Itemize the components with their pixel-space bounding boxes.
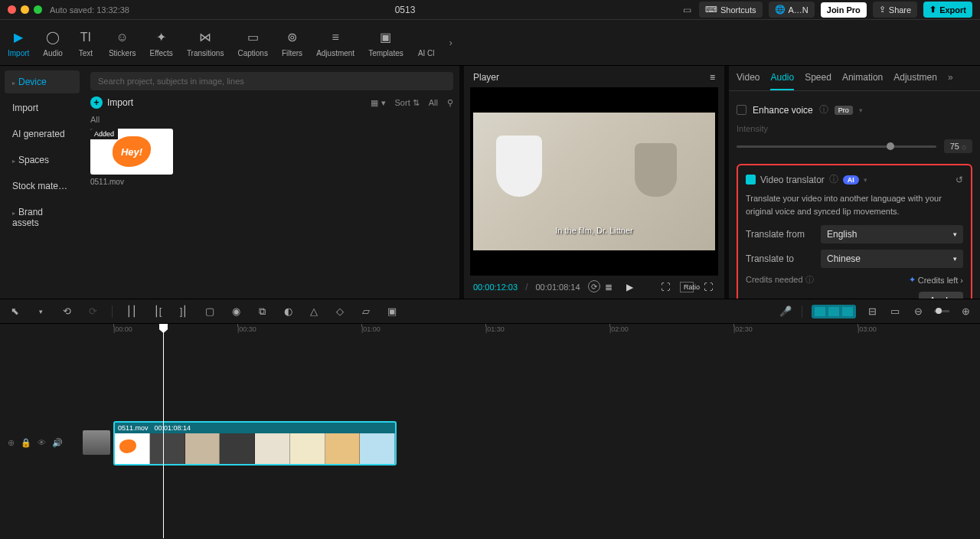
tab-stickers[interactable]: ☺Stickers (109, 28, 136, 57)
link-icon[interactable]: ⊟ (865, 305, 879, 317)
close-window[interactable] (8, 5, 16, 14)
shortcuts-button[interactable]: ⌨Shortcuts (699, 2, 762, 18)
translate-to-select[interactable]: Chinese▾ (821, 250, 963, 268)
magnet-center-icon[interactable] (828, 307, 839, 316)
rotate-icon[interactable]: ◇ (333, 305, 347, 317)
magnet-left-icon[interactable] (815, 307, 825, 316)
eye-track-icon[interactable]: 👁 (38, 438, 46, 448)
redo-icon[interactable]: ⟳ (86, 305, 100, 317)
sidebar-item-aigenerated[interactable]: AI generated (5, 122, 80, 145)
maximize-window[interactable] (34, 5, 42, 14)
tab-import[interactable]: ▶Import (8, 28, 29, 57)
intensity-slider[interactable] (737, 145, 936, 148)
zoom-out-icon[interactable]: ⊖ (911, 305, 925, 317)
preview-icon[interactable]: ▭ (888, 305, 902, 317)
ruler-mark: |00:00 (113, 325, 132, 333)
mic-icon[interactable]: 🎤 (779, 305, 792, 317)
import-button[interactable]: +Import (90, 96, 133, 109)
translator-checkbox[interactable] (746, 175, 756, 185)
credits-left-link[interactable]: ✦Credits left › (909, 274, 963, 286)
ratio-button[interactable]: Ratio (680, 282, 694, 292)
search-input[interactable]: Search project, subjects in image, lines (90, 72, 453, 90)
share-button[interactable]: ⇪Share (873, 2, 917, 18)
sidebar-item-stock[interactable]: Stock mate… (5, 175, 80, 198)
layout-icon[interactable]: ▭ (681, 4, 693, 16)
sidebar-item-import[interactable]: Import (5, 96, 80, 119)
media-clip[interactable]: Added Hey! 0511.mov (90, 129, 173, 186)
tab-effects[interactable]: ✦Effects (149, 28, 172, 57)
adjust-icon[interactable]: ▣ (385, 305, 399, 317)
delete-icon[interactable]: ▢ (203, 305, 217, 317)
lock-track-icon[interactable]: 🔒 (21, 438, 31, 448)
prop-tab-speed[interactable]: Speed (805, 72, 831, 90)
tab-text[interactable]: TIText (77, 28, 95, 57)
mute-track-icon[interactable]: 🔊 (52, 438, 63, 448)
mirror-icon[interactable]: △ (307, 305, 321, 317)
reset-icon[interactable]: ↺ (956, 175, 963, 185)
trim-left-icon[interactable]: ⎮[ (151, 305, 165, 317)
info-icon[interactable]: ⓘ (819, 103, 828, 116)
playhead[interactable] (163, 324, 164, 538)
split-icon[interactable]: ⎮⎮ (125, 305, 139, 317)
intensity-value[interactable]: 75 ◇ (944, 139, 972, 153)
zoom-slider[interactable] (934, 310, 949, 312)
track-thumbnail[interactable] (83, 430, 110, 455)
tab-ai[interactable]: AI Cl (417, 28, 436, 57)
copy-icon[interactable]: ⧉ (255, 305, 269, 318)
toolbar-more-icon[interactable]: › (449, 38, 452, 48)
sidebar-item-spaces[interactable]: ▸Spaces (5, 149, 80, 172)
trim-right-icon[interactable]: ]⎮ (177, 305, 191, 317)
timeline-clip[interactable]: 0511.mov 00:01:08:14 (113, 421, 397, 466)
prop-tab-audio[interactable]: Audio (770, 72, 794, 90)
timeline-tracks[interactable]: ⊕ 🔒 👁 🔊 0511.mov 00:01:08:14 (0, 338, 980, 539)
tab-audio[interactable]: ◯Audio (43, 28, 63, 57)
add-track-icon[interactable]: ⊕ (8, 438, 15, 448)
translator-description: Translate your video into another langua… (746, 192, 963, 217)
minimize-window[interactable] (21, 5, 29, 14)
templates-icon: ▣ (377, 28, 395, 47)
media-section-label: All (90, 115, 453, 124)
compare-icon[interactable]: ≣ (602, 282, 616, 292)
video-preview[interactable]: In the film, Dr. Littner ⟳ (470, 87, 718, 276)
translate-from-select[interactable]: English▾ (821, 225, 963, 243)
export-button[interactable]: ⬆Export (923, 2, 972, 18)
sidebar-item-device[interactable]: ▸Device (5, 70, 80, 93)
crop-tool-icon[interactable]: ▱ (359, 305, 373, 317)
play-button[interactable]: ▶ (623, 282, 637, 292)
select-mode-dropdown[interactable]: ▾ (34, 308, 47, 315)
user-menu[interactable]: 🌐A…N (769, 2, 815, 18)
undo-icon[interactable]: ⟲ (60, 305, 74, 317)
player-menu-icon[interactable]: ≡ (710, 72, 715, 83)
prop-tabs-more-icon[interactable]: » (948, 72, 953, 90)
prop-tab-animation[interactable]: Animation (842, 72, 883, 90)
apply-button[interactable]: Apply (919, 292, 963, 299)
clip-filename: 0511.mov (90, 178, 173, 186)
effects-icon: ✦ (152, 28, 171, 47)
zoom-in-icon[interactable]: ⊕ (959, 305, 972, 317)
tab-adjustment[interactable]: ≡Adjustment (316, 28, 354, 57)
filter-all[interactable]: All (429, 98, 438, 107)
import-icon: ▶ (9, 28, 28, 47)
tab-filters[interactable]: ⊚Filters (282, 28, 302, 57)
sidebar-item-brand[interactable]: ▸Brand assets (5, 201, 80, 234)
filter-icon[interactable]: ⚲ (447, 98, 453, 108)
view-grid-icon[interactable]: ▦ ▾ (371, 98, 385, 108)
tab-captions[interactable]: ▭Captions (237, 28, 267, 57)
magnet-right-icon[interactable] (842, 307, 853, 316)
sync-icon[interactable]: ⟳ (588, 280, 600, 292)
prop-tab-adjustment[interactable]: Adjustmen (893, 72, 937, 90)
join-pro-button[interactable]: Join Pro (821, 2, 867, 18)
enhance-voice-checkbox[interactable] (737, 105, 746, 115)
crop-icon[interactable]: ⛶ (658, 282, 672, 292)
reverse-icon[interactable]: ◐ (281, 305, 295, 317)
intensity-label: Intensity (737, 121, 972, 136)
marker-icon[interactable]: ◉ (229, 305, 243, 317)
timeline-ruler[interactable]: |00:00 |00:30 |01:00 |01:30 |02:00 |02:3… (0, 323, 980, 338)
prop-tab-video[interactable]: Video (737, 72, 760, 90)
sort-button[interactable]: Sort ⇅ (395, 98, 420, 108)
fullscreen-icon[interactable]: ⛶ (701, 282, 715, 292)
select-tool-icon[interactable]: ⬉ (8, 305, 21, 317)
tab-templates[interactable]: ▣Templates (368, 28, 403, 57)
info-icon[interactable]: ⓘ (829, 173, 838, 186)
tab-transitions[interactable]: ⋈Transitions (187, 28, 224, 57)
